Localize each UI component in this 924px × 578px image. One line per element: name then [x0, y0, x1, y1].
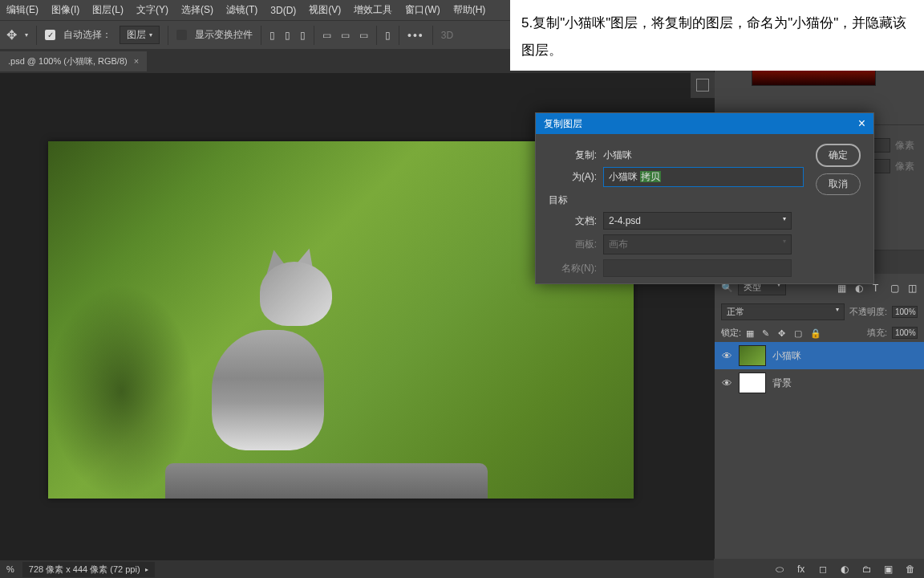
lock-all-icon[interactable]: 🔒 — [810, 328, 820, 338]
ok-button[interactable]: 确定 — [816, 144, 861, 167]
dialog-close-icon[interactable]: × — [858, 116, 865, 131]
duplicate-layer-dialog: 复制图层 × 复制: 小猫咪 为(A): 小猫咪 拷贝 目标 文档: 2-4.p… — [535, 112, 874, 284]
more-options-icon[interactable]: ••• — [407, 29, 424, 42]
menu-filter[interactable]: 滤镜(T) — [226, 3, 257, 17]
instruction-overlay: 5.复制"小猫咪"图层，将复制的图层，命名为"小猫份"，并隐藏该图层。 — [510, 0, 924, 71]
dialog-titlebar[interactable]: 复制图层 × — [536, 113, 873, 134]
layer-item[interactable]: 👁 背景 — [715, 369, 924, 397]
menu-image[interactable]: 图像(I) — [51, 3, 79, 17]
align-left-icon[interactable]: ▯ — [270, 30, 275, 41]
align-v-center-icon[interactable]: ▭ — [341, 30, 350, 41]
lock-label: 锁定: — [721, 327, 741, 339]
pixel-unit: 像素 — [895, 160, 914, 173]
separator — [261, 26, 261, 45]
panel-toggle-strip — [691, 72, 715, 98]
menu-select[interactable]: 选择(S) — [181, 3, 213, 17]
showtransform-checkbox[interactable] — [176, 30, 187, 40]
copy-label: 复制: — [549, 149, 597, 162]
new-group-icon[interactable]: 🗀 — [862, 564, 873, 574]
right-panel-area: 像素 像素 ▾ ⇥ ⤒ ▾ 对齐并分布 图层 通道 路径 🔍 类型▾ — [714, 20, 924, 578]
layer-name[interactable]: 小猫咪 — [772, 349, 801, 363]
align-right-icon[interactable]: ▯ — [300, 30, 306, 41]
autoselect-label: 自动选择： — [63, 28, 111, 42]
status-bar: % 728 像素 x 444 像素 (72 ppi) ▸ — [0, 560, 714, 578]
menu-text[interactable]: 文字(Y) — [136, 3, 168, 17]
lock-row: 锁定: ▦ ✎ ✥ ▢ 🔒 填充: 100% — [715, 324, 924, 342]
menu-layer[interactable]: 图层(L) — [92, 3, 124, 17]
layer-name[interactable]: 背景 — [772, 377, 792, 390]
target-section-label: 目标 — [549, 193, 806, 207]
instruction-text: 5.复制"小猫咪"图层，将复制的图层，命名为"小猫份"，并隐藏该图层。 — [521, 15, 906, 58]
menu-window[interactable]: 窗口(W) — [405, 3, 440, 17]
copy-value: 小猫咪 — [603, 149, 632, 162]
filter-shape-icon[interactable]: ▢ — [890, 283, 900, 292]
autoselect-dropdown[interactable]: 图层▾ — [120, 26, 160, 44]
delete-layer-icon[interactable]: 🗑 — [906, 564, 916, 574]
blend-mode-dropdown[interactable]: 正常▾ — [721, 303, 845, 320]
tool-preset-chevron-icon[interactable]: ▾ — [25, 31, 28, 39]
opacity-label: 不透明度: — [849, 306, 887, 318]
lock-position-icon[interactable]: ✥ — [778, 328, 788, 338]
doc-tab-title: .psd @ 100% (小猫咪, RGB/8) — [8, 55, 128, 67]
document-tab[interactable]: .psd @ 100% (小猫咪, RGB/8) × — [0, 51, 147, 71]
menu-help[interactable]: 帮助(H) — [453, 3, 486, 17]
separator — [432, 26, 433, 45]
separator — [376, 26, 377, 45]
dialog-title: 复制图层 — [544, 117, 582, 131]
name-label: 名称(N): — [549, 262, 597, 275]
opacity-value[interactable]: 100% — [892, 306, 918, 318]
autoselect-checkbox[interactable]: ✓ — [45, 30, 55, 40]
visibility-toggle-icon[interactable]: 👁 — [721, 350, 732, 361]
valign-icons-group: ▭ ▭ ▭ — [322, 30, 368, 41]
document-label: 文档: — [549, 214, 597, 228]
filter-smart-icon[interactable]: ◫ — [908, 283, 918, 292]
separator — [36, 26, 37, 45]
blend-row: 正常▾ 不透明度: 100% — [715, 300, 924, 324]
3d-mode-label[interactable]: 3D — [441, 30, 453, 41]
separator — [168, 26, 168, 45]
pixel-unit: 像素 — [895, 139, 914, 153]
doc-dims-box[interactable]: 728 像素 x 444 像素 (72 ppi) ▸ — [22, 562, 155, 577]
align-top-icon[interactable]: ▭ — [322, 30, 331, 41]
layer-item[interactable]: 👁 小猫咪 — [715, 342, 924, 369]
menu-3d[interactable]: 3D(D) — [270, 5, 296, 16]
menu-view[interactable]: 视图(V) — [309, 3, 341, 17]
fill-value[interactable]: 100% — [892, 327, 918, 339]
link-layers-icon[interactable]: ⬭ — [776, 564, 786, 574]
align-bottom-icon[interactable]: ▭ — [359, 30, 368, 41]
panel-icon-1[interactable] — [696, 79, 709, 92]
document-dropdown[interactable]: 2-4.psd▾ — [603, 212, 792, 230]
artboard-label: 画板: — [549, 238, 597, 251]
separator — [399, 26, 399, 45]
artboard-dropdown: 画布▾ — [603, 234, 792, 254]
cancel-button[interactable]: 取消 — [816, 173, 861, 195]
zoom-value[interactable]: % — [6, 564, 14, 574]
visibility-toggle-icon[interactable]: 👁 — [721, 377, 732, 389]
lock-transparency-icon[interactable]: ▦ — [746, 328, 756, 338]
new-layer-icon[interactable]: ▣ — [884, 564, 894, 574]
distribute-icon[interactable]: ▯ — [385, 30, 391, 41]
fill-label: 填充: — [867, 327, 887, 339]
move-tool-icon[interactable]: ✥ — [6, 27, 17, 43]
chevron-right-icon: ▸ — [145, 566, 148, 573]
align-icons-group: ▯ ▯ ▯ — [270, 30, 306, 41]
layer-style-icon[interactable]: fx — [797, 564, 808, 574]
lock-brush-icon[interactable]: ✎ — [762, 328, 772, 338]
showtransform-label: 显示变换控件 — [195, 28, 253, 42]
layer-thumbnail[interactable] — [739, 345, 766, 366]
close-tab-icon[interactable]: × — [134, 56, 139, 66]
menu-edit[interactable]: 编辑(E) — [6, 3, 38, 17]
layer-mask-icon[interactable]: ◻ — [819, 564, 829, 574]
menu-enhance[interactable]: 增效工具 — [354, 3, 392, 17]
layer-list: 👁 小猫咪 👁 背景 — [715, 342, 924, 397]
layer-thumbnail[interactable] — [739, 372, 766, 393]
lock-artboard-icon[interactable]: ▢ — [794, 328, 804, 338]
name-input — [603, 259, 792, 277]
align-h-center-icon[interactable]: ▯ — [285, 30, 290, 41]
as-input[interactable]: 小猫咪 拷贝 — [603, 167, 804, 187]
adjustment-layer-icon[interactable]: ◐ — [841, 564, 851, 574]
as-label: 为(A): — [549, 170, 597, 184]
layers-panel-footer: ⬭ fx ◻ ◐ 🗀 ▣ 🗑 — [714, 559, 924, 578]
separator — [314, 26, 314, 45]
